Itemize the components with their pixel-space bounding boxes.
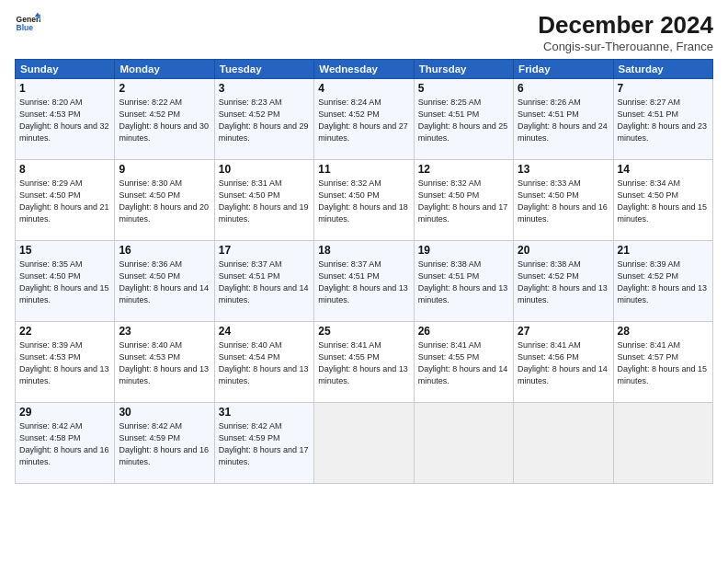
- calendar-cell: 8Sunrise: 8:29 AMSunset: 4:50 PMDaylight…: [16, 160, 115, 241]
- calendar-cell: 1Sunrise: 8:20 AMSunset: 4:53 PMDaylight…: [16, 79, 115, 160]
- weekday-header-wednesday: Wednesday: [314, 60, 414, 79]
- day-number: 30: [119, 406, 210, 419]
- day-info: Sunrise: 8:22 AMSunset: 4:52 PMDaylight:…: [119, 98, 209, 143]
- week-row-2: 8Sunrise: 8:29 AMSunset: 4:50 PMDaylight…: [16, 160, 713, 241]
- day-number: 4: [318, 82, 409, 95]
- weekday-header-row: SundayMondayTuesdayWednesdayThursdayFrid…: [16, 60, 713, 79]
- day-info: Sunrise: 8:38 AMSunset: 4:51 PMDaylight:…: [418, 259, 508, 304]
- day-number: 21: [618, 244, 709, 257]
- day-info: Sunrise: 8:27 AMSunset: 4:51 PMDaylight:…: [618, 98, 708, 143]
- week-row-4: 22Sunrise: 8:39 AMSunset: 4:53 PMDayligh…: [16, 322, 713, 403]
- day-number: 31: [219, 406, 310, 419]
- calendar-cell: 3Sunrise: 8:23 AMSunset: 4:52 PMDaylight…: [214, 79, 313, 160]
- day-number: 24: [219, 325, 310, 338]
- day-info: Sunrise: 8:33 AMSunset: 4:50 PMDaylight:…: [518, 178, 608, 224]
- day-number: 14: [618, 163, 709, 176]
- day-number: 23: [119, 325, 210, 338]
- calendar-cell: 11Sunrise: 8:32 AMSunset: 4:50 PMDayligh…: [314, 160, 414, 241]
- day-number: 28: [618, 325, 709, 338]
- title-block: December 2024 Congis-sur-Therouanne, Fra…: [538, 11, 713, 53]
- day-info: Sunrise: 8:20 AMSunset: 4:53 PMDaylight:…: [19, 98, 109, 143]
- day-info: Sunrise: 8:24 AMSunset: 4:52 PMDaylight:…: [318, 98, 408, 143]
- calendar-cell: 23Sunrise: 8:40 AMSunset: 4:53 PMDayligh…: [115, 322, 214, 403]
- day-number: 27: [518, 325, 609, 338]
- day-info: Sunrise: 8:35 AMSunset: 4:50 PMDaylight:…: [19, 259, 109, 304]
- day-number: 16: [119, 244, 210, 257]
- day-number: 18: [318, 244, 409, 257]
- day-info: Sunrise: 8:32 AMSunset: 4:50 PMDaylight:…: [418, 178, 508, 224]
- day-info: Sunrise: 8:36 AMSunset: 4:50 PMDaylight:…: [119, 259, 209, 304]
- day-info: Sunrise: 8:30 AMSunset: 4:50 PMDaylight:…: [119, 178, 209, 224]
- day-info: Sunrise: 8:37 AMSunset: 4:51 PMDaylight:…: [219, 259, 309, 304]
- day-number: 13: [518, 163, 609, 176]
- calendar-cell: 13Sunrise: 8:33 AMSunset: 4:50 PMDayligh…: [514, 160, 613, 241]
- weekday-header-thursday: Thursday: [414, 60, 513, 79]
- calendar-body: 1Sunrise: 8:20 AMSunset: 4:53 PMDaylight…: [16, 79, 713, 484]
- day-info: Sunrise: 8:39 AMSunset: 4:52 PMDaylight:…: [618, 259, 708, 304]
- day-info: Sunrise: 8:40 AMSunset: 4:53 PMDaylight:…: [119, 340, 209, 385]
- calendar-cell: 19Sunrise: 8:38 AMSunset: 4:51 PMDayligh…: [414, 241, 513, 322]
- calendar-cell: 20Sunrise: 8:38 AMSunset: 4:52 PMDayligh…: [514, 241, 613, 322]
- day-number: 7: [618, 82, 709, 95]
- calendar-cell: [514, 403, 613, 484]
- day-number: 1: [19, 82, 110, 95]
- calendar-cell: 15Sunrise: 8:35 AMSunset: 4:50 PMDayligh…: [16, 241, 115, 322]
- calendar-cell: 27Sunrise: 8:41 AMSunset: 4:56 PMDayligh…: [514, 322, 613, 403]
- calendar-cell: [314, 403, 414, 484]
- day-info: Sunrise: 8:25 AMSunset: 4:51 PMDaylight:…: [418, 98, 508, 143]
- week-row-3: 15Sunrise: 8:35 AMSunset: 4:50 PMDayligh…: [16, 241, 713, 322]
- day-info: Sunrise: 8:26 AMSunset: 4:51 PMDaylight:…: [518, 98, 608, 143]
- day-number: 12: [418, 163, 509, 176]
- main-title: December 2024: [538, 11, 713, 40]
- day-info: Sunrise: 8:41 AMSunset: 4:56 PMDaylight:…: [518, 340, 608, 385]
- logo: General Blue: [15, 11, 40, 37]
- week-row-5: 29Sunrise: 8:42 AMSunset: 4:58 PMDayligh…: [16, 403, 713, 484]
- day-number: 20: [518, 244, 609, 257]
- day-info: Sunrise: 8:29 AMSunset: 4:50 PMDaylight:…: [19, 178, 109, 224]
- calendar-cell: 10Sunrise: 8:31 AMSunset: 4:50 PMDayligh…: [214, 160, 313, 241]
- day-number: 9: [119, 163, 210, 176]
- day-number: 5: [418, 82, 509, 95]
- calendar-cell: 26Sunrise: 8:41 AMSunset: 4:55 PMDayligh…: [414, 322, 513, 403]
- day-info: Sunrise: 8:38 AMSunset: 4:52 PMDaylight:…: [518, 259, 608, 304]
- day-info: Sunrise: 8:40 AMSunset: 4:54 PMDaylight:…: [219, 340, 309, 385]
- day-info: Sunrise: 8:32 AMSunset: 4:50 PMDaylight:…: [318, 178, 408, 224]
- day-info: Sunrise: 8:37 AMSunset: 4:51 PMDaylight:…: [318, 259, 408, 304]
- day-number: 8: [19, 163, 110, 176]
- svg-text:Blue: Blue: [17, 23, 34, 32]
- calendar-cell: 7Sunrise: 8:27 AMSunset: 4:51 PMDaylight…: [613, 79, 712, 160]
- calendar-cell: 5Sunrise: 8:25 AMSunset: 4:51 PMDaylight…: [414, 79, 513, 160]
- day-info: Sunrise: 8:41 AMSunset: 4:55 PMDaylight:…: [318, 340, 408, 385]
- weekday-header-friday: Friday: [514, 60, 613, 79]
- weekday-header-saturday: Saturday: [613, 60, 712, 79]
- day-number: 22: [19, 325, 110, 338]
- calendar-cell: 29Sunrise: 8:42 AMSunset: 4:58 PMDayligh…: [16, 403, 115, 484]
- calendar-cell: 4Sunrise: 8:24 AMSunset: 4:52 PMDaylight…: [314, 79, 414, 160]
- day-number: 26: [418, 325, 509, 338]
- day-number: 25: [318, 325, 409, 338]
- day-number: 2: [119, 82, 210, 95]
- weekday-header-monday: Monday: [115, 60, 214, 79]
- logo-icon: General Blue: [15, 11, 40, 37]
- day-info: Sunrise: 8:39 AMSunset: 4:53 PMDaylight:…: [19, 340, 109, 385]
- calendar-cell: 16Sunrise: 8:36 AMSunset: 4:50 PMDayligh…: [115, 241, 214, 322]
- day-info: Sunrise: 8:41 AMSunset: 4:55 PMDaylight:…: [418, 340, 508, 385]
- day-info: Sunrise: 8:42 AMSunset: 4:59 PMDaylight:…: [119, 421, 209, 466]
- calendar-cell: 12Sunrise: 8:32 AMSunset: 4:50 PMDayligh…: [414, 160, 513, 241]
- page: General Blue December 2024 Congis-sur-Th…: [0, 0, 728, 563]
- calendar-cell: 14Sunrise: 8:34 AMSunset: 4:50 PMDayligh…: [613, 160, 712, 241]
- day-info: Sunrise: 8:42 AMSunset: 4:58 PMDaylight:…: [19, 421, 109, 466]
- calendar-cell: 25Sunrise: 8:41 AMSunset: 4:55 PMDayligh…: [314, 322, 414, 403]
- weekday-header-sunday: Sunday: [16, 60, 115, 79]
- day-number: 11: [318, 163, 409, 176]
- calendar-cell: 24Sunrise: 8:40 AMSunset: 4:54 PMDayligh…: [214, 322, 313, 403]
- day-number: 29: [19, 406, 110, 419]
- day-number: 10: [219, 163, 310, 176]
- calendar-table: SundayMondayTuesdayWednesdayThursdayFrid…: [15, 59, 713, 484]
- calendar-cell: 17Sunrise: 8:37 AMSunset: 4:51 PMDayligh…: [214, 241, 313, 322]
- calendar-cell: 31Sunrise: 8:42 AMSunset: 4:59 PMDayligh…: [214, 403, 313, 484]
- day-number: 3: [219, 82, 310, 95]
- calendar-cell: 21Sunrise: 8:39 AMSunset: 4:52 PMDayligh…: [613, 241, 712, 322]
- subtitle: Congis-sur-Therouanne, France: [538, 40, 713, 53]
- calendar-cell: 18Sunrise: 8:37 AMSunset: 4:51 PMDayligh…: [314, 241, 414, 322]
